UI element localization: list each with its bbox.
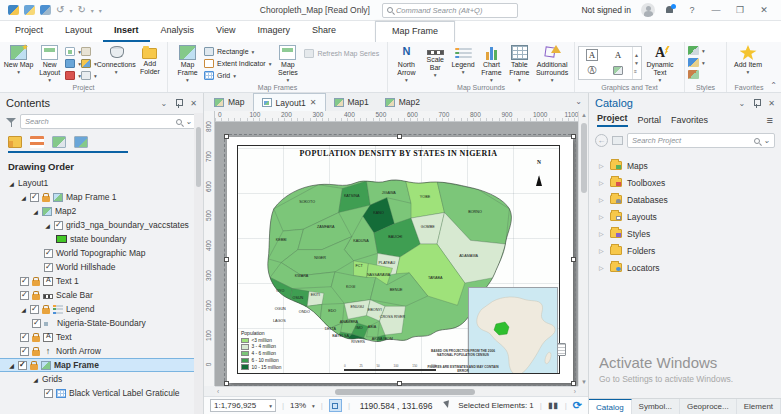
expand-arrow-icon[interactable]: ▷ — [599, 179, 605, 186]
catalog-item-layouts[interactable]: ▷Layouts — [589, 208, 781, 225]
customize-qat-caret[interactable]: ▾ — [99, 7, 102, 14]
expand-arrow-icon[interactable]: ▷ — [599, 264, 605, 271]
tree-item-layout1[interactable]: ◢Layout1 — [0, 176, 203, 190]
panel-menu-icon[interactable]: ⌄ — [739, 99, 746, 108]
ribbon-tab-imagery[interactable]: Imagery — [246, 21, 301, 42]
new-project-icon[interactable] — [8, 5, 19, 15]
toolbox-button[interactable]: ▾ — [65, 71, 81, 80]
map-legend-element[interactable]: Population <3 million3 - 4 million4 - 6 … — [241, 330, 281, 371]
table-frame-button[interactable]: Table Frame▾ — [505, 43, 533, 83]
map-series-button[interactable]: Map Series▾ — [271, 43, 304, 83]
style-button-3[interactable] — [688, 70, 705, 79]
expand-arrow-icon[interactable]: ▷ — [599, 213, 605, 220]
north-arrow-element[interactable]: N — [533, 160, 545, 175]
layout-page[interactable]: POPULATION DENSITY BY STATES IN NIGERIA … — [227, 137, 573, 383]
catalog-item-databases[interactable]: ▷Databases — [589, 191, 781, 208]
expander-icon[interactable]: ◢ — [32, 208, 39, 215]
tree-item-text[interactable]: Text — [0, 330, 203, 344]
tree-item-state-boundary[interactable]: state boundary — [0, 232, 203, 246]
visibility-checkbox[interactable] — [20, 347, 29, 356]
import-item-button[interactable]: ▾ — [81, 59, 97, 68]
snapping-toggle-icon[interactable] — [329, 399, 342, 412]
view-tabs-caret[interactable]: ⌄ — [575, 97, 582, 106]
visibility-checkbox[interactable] — [54, 221, 63, 230]
close-button[interactable]: ✕ — [757, 5, 771, 15]
zoom-level[interactable]: 13% — [290, 401, 306, 410]
list-by-snapping-icon[interactable] — [52, 136, 66, 148]
horizontal-scrollbar[interactable]: ‹› — [215, 386, 578, 396]
contents-search-input[interactable]: Search ⌄ — [20, 114, 197, 129]
help-button[interactable]: ? — [685, 5, 699, 15]
expand-arrow-icon[interactable]: ▷ — [599, 162, 605, 169]
scale-combobox[interactable]: 1:1,796,925▾ — [210, 399, 276, 412]
pin-icon[interactable] — [753, 99, 760, 108]
expander-icon[interactable]: ◢ — [32, 376, 39, 383]
new-notebook-button[interactable] — [81, 47, 97, 56]
menu-icon[interactable]: ≡ — [767, 114, 773, 126]
state-cross-river[interactable] — [380, 306, 406, 335]
expand-arrow-icon[interactable]: ▷ — [599, 196, 605, 203]
ribbon-tab-insert[interactable]: Insert — [103, 21, 150, 42]
state-ondo[interactable] — [289, 304, 322, 323]
bottom-tab-geoproce[interactable]: Geoproce... — [680, 399, 737, 414]
catalog-search-input[interactable]: Search Project ⌄ — [627, 133, 775, 148]
tree-item-map-frame-1[interactable]: ◢Map Frame 1 — [0, 190, 203, 204]
new-map-button[interactable]: New Map▾ — [3, 43, 34, 75]
map-frame-button[interactable]: Map Frame▾ — [171, 43, 204, 83]
selection-handle-se[interactable] — [571, 381, 576, 386]
north-arrow-button[interactable]: North Arrow▾ — [391, 43, 422, 83]
text-circle-glyph[interactable]: Ⓐ — [588, 64, 597, 77]
pin-icon[interactable] — [175, 99, 182, 108]
refresh-view-button[interactable]: ⟳ — [573, 399, 582, 412]
undo-button[interactable]: ↺ — [56, 5, 64, 15]
layout-canvas[interactable]: POPULATION DENSITY BY STATES IN NIGERIA … — [215, 122, 578, 386]
filter-icon[interactable] — [6, 117, 16, 127]
search-caret-icon[interactable]: ⌄ — [185, 117, 192, 126]
catalog-item-locators[interactable]: ▷Locators — [589, 259, 781, 276]
catalog-tab-project[interactable]: Project — [597, 113, 628, 127]
notifications-icon[interactable] — [665, 5, 675, 15]
refresh-map-series-button[interactable]: Refresh Map Series — [304, 49, 379, 58]
view-tab-map2[interactable]: Map2 — [377, 93, 428, 111]
back-icon[interactable]: ← — [595, 134, 608, 147]
africa-inset-map[interactable] — [468, 287, 558, 374]
text-plain-glyph[interactable]: A — [615, 50, 622, 60]
catalog-item-folders[interactable]: ▷Folders — [589, 242, 781, 259]
selection-handle-nw[interactable] — [224, 134, 229, 139]
new-report-button[interactable]: ▾ — [65, 59, 81, 68]
bottom-tab-element[interactable]: Element — [737, 399, 781, 414]
user-avatar[interactable] — [641, 3, 655, 17]
up-one-level-icon[interactable] — [612, 136, 623, 145]
visibility-checkbox[interactable] — [30, 305, 39, 314]
collapse-ribbon-icon[interactable]: ⌃ — [770, 81, 777, 90]
list-by-element-order-icon[interactable] — [30, 136, 44, 148]
tree-item-grid3-nga-boundary-vaccstates[interactable]: ◢grid3_nga_boundary_vaccstates — [0, 218, 203, 232]
chart-frame-button[interactable]: Chart Frame▾ — [478, 43, 506, 83]
text-box-glyph[interactable]: A — [586, 49, 599, 61]
redo-caret[interactable]: ▾ — [91, 7, 94, 14]
tree-item-scale-bar[interactable]: Scale Bar — [0, 288, 203, 302]
new-layout-button[interactable]: New Layout▾ — [34, 43, 65, 83]
visibility-checkbox[interactable] — [20, 333, 29, 342]
expand-arrow-icon[interactable]: ▷ — [599, 247, 605, 254]
command-search-input[interactable]: Command Search (Alt+Q) — [382, 3, 518, 18]
extent-indicator-button[interactable]: Extent Indicator▾ — [204, 59, 271, 68]
visibility-checkbox[interactable] — [18, 361, 27, 370]
open-project-icon[interactable] — [24, 5, 35, 15]
rectangle-button[interactable]: Rectangle▾ — [204, 47, 271, 56]
symbol-swatch[interactable] — [56, 235, 67, 243]
vertical-scrollbar[interactable]: ▲▼ — [578, 111, 588, 386]
ribbon-tab-share[interactable]: Share — [301, 21, 347, 42]
list-maps-icon[interactable] — [74, 136, 88, 148]
selection-handle-n[interactable] — [397, 134, 402, 139]
view-tab-map1[interactable]: Map1 — [326, 93, 377, 111]
add-folder-button[interactable]: Add Folder — [136, 43, 164, 76]
visibility-checkbox[interactable] — [44, 389, 53, 398]
close-tab-icon[interactable]: ✕ — [310, 98, 317, 107]
sign-in-status[interactable]: Not signed in — [581, 5, 631, 15]
tree-item-nigeria-state-boundary[interactable]: Nigeria-State-Boundary — [0, 316, 203, 330]
catalog-tab-portal[interactable]: Portal — [638, 115, 662, 125]
ribbon-tab-analysis[interactable]: Analysis — [150, 21, 206, 42]
grid-button[interactable]: Grid▾ — [204, 71, 271, 80]
text-gallery[interactable]: A A Ⓐ ▲▼≡ — [578, 46, 642, 80]
